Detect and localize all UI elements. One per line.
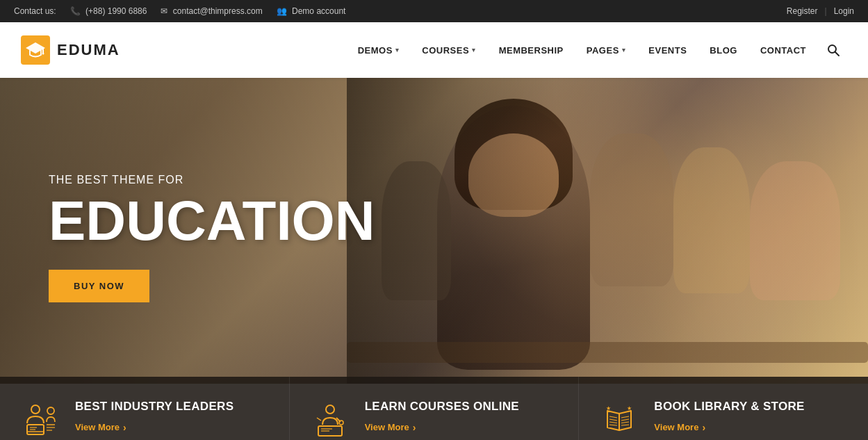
chevron-down-icon: ▾ [472,47,476,54]
svg-line-23 [609,422,617,423]
svg-marker-0 [26,42,45,54]
search-icon [826,43,840,57]
nav-events[interactable]: EVENTS [639,22,696,78]
users-icon: 👥 [277,6,287,16]
person-board-icon [309,399,351,440]
top-bar-right: Register | Login [787,6,854,16]
logo-icon [21,35,50,65]
nav-contact[interactable]: CONTACT [751,22,816,78]
contact-label: Contact us: [14,6,56,16]
svg-text:★: ★ [627,405,632,412]
phone-contact: 📞 (+88) 1990 6886 [70,6,147,16]
nav-courses[interactable]: COURSES ▾ [412,22,485,78]
feature-card-1: LEARN COURSES ONLINE View More › [290,377,580,440]
email-icon: ✉ [161,6,167,16]
nav-blog[interactable]: BLOG [700,22,747,78]
svg-line-28 [621,425,629,425]
open-book-icon: ★ ★ [598,399,640,440]
hero-title: EDUCATION [49,193,375,249]
feature-title-0: BEST INDUSTRY LEADERS [75,399,270,414]
register-link[interactable]: Register [787,6,818,16]
svg-line-21 [609,416,617,418]
main-nav: DEMOS ▾ COURSES ▾ MEMBERSHIP PAGES ▾ EVE… [348,22,847,78]
nav-membership[interactable]: MEMBERSHIP [489,22,573,78]
feature-title-1: LEARN COURSES ONLINE [365,399,559,414]
buy-now-button[interactable]: BUY NOW [49,270,149,302]
login-link[interactable]: Login [834,6,854,16]
svg-point-14 [326,405,334,414]
arrow-icon: › [123,422,126,433]
email-contact: ✉ contact@thimpress.com [161,6,262,16]
graduation-cap-icon [26,40,45,60]
person-laptop-icon [19,399,61,440]
demo-account: 👥 Demo account [277,6,346,16]
feature-text-0: BEST INDUSTRY LEADERS View More › [75,399,270,433]
feature-title-2: BOOK LIBRARY & STORE [654,399,849,414]
feature-card-2: ★ ★ BOOK LIBRARY & STORE View More › [579,377,868,440]
feature-link-2[interactable]: View More › [654,422,705,433]
features-section: BEST INDUSTRY LEADERS View More › [0,377,868,440]
svg-text:★: ★ [606,405,611,412]
feature-link-1[interactable]: View More › [365,422,416,433]
top-bar: Contact us: 📞 (+88) 1990 6886 ✉ contact@… [0,0,868,22]
svg-line-20 [317,418,321,421]
logo-text: EDUMA [57,41,120,59]
svg-point-2 [42,53,44,55]
hero-section: THE BEST THEME FOR EDUCATION BUY NOW [0,78,868,384]
svg-line-27 [621,422,629,423]
hero-content: THE BEST THEME FOR EDUCATION BUY NOW [0,160,375,302]
search-button[interactable] [819,36,847,64]
nav-pages[interactable]: PAGES ▾ [577,22,636,78]
hero-subtitle: THE BEST THEME FOR [49,174,375,186]
svg-point-10 [47,407,54,414]
header: EDUMA DEMOS ▾ COURSES ▾ MEMBERSHIP PAGES… [0,22,868,78]
arrow-icon: › [702,422,705,433]
arrow-icon: › [413,422,416,433]
divider: | [825,6,827,16]
chevron-down-icon: ▾ [622,47,626,54]
svg-point-19 [339,421,343,425]
svg-line-25 [621,416,629,418]
svg-line-24 [609,425,617,425]
feature-card-0: BEST INDUSTRY LEADERS View More › [0,377,290,440]
svg-line-26 [621,419,629,421]
feature-link-0[interactable]: View More › [75,422,126,433]
feature-text-1: LEARN COURSES ONLINE View More › [365,399,559,433]
chevron-down-icon: ▾ [395,47,400,54]
svg-line-22 [609,419,617,421]
top-bar-left: Contact us: 📞 (+88) 1990 6886 ✉ contact@… [14,6,345,16]
logo[interactable]: EDUMA [21,35,120,65]
svg-point-5 [31,405,40,414]
feature-text-2: BOOK LIBRARY & STORE View More › [654,399,849,433]
nav-demos[interactable]: DEMOS ▾ [348,22,409,78]
svg-line-4 [835,52,840,56]
phone-icon: 📞 [70,6,81,16]
